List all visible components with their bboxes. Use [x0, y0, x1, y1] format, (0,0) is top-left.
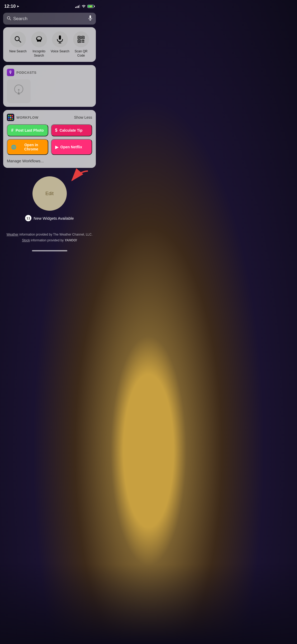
- svg-rect-16: [79, 37, 80, 38]
- search-bar[interactable]: Search: [3, 13, 96, 25]
- open-netflix-label: Open Netflix: [60, 145, 82, 149]
- home-indicator: [0, 246, 99, 254]
- svg-rect-2: [89, 15, 91, 19]
- footer: Weather information provided by The Weat…: [0, 227, 99, 246]
- svg-rect-27: [8, 115, 10, 116]
- podcast-content: [7, 79, 92, 103]
- incognito-search-label: Incognito Search: [29, 49, 50, 58]
- weather-attribution: Weather information provided by The Weat…: [4, 232, 95, 238]
- calculate-tip-icon: $: [55, 128, 58, 133]
- wifi-icon: [82, 4, 86, 8]
- quick-action-new-search[interactable]: New Search: [7, 31, 29, 54]
- widgets-count-badge: 11: [25, 215, 31, 221]
- podcasts-header: 🎙 PODCASTS: [7, 69, 92, 76]
- red-arrow-icon: [56, 168, 91, 190]
- svg-rect-30: [8, 117, 10, 118]
- yahoo-text: YAHOO!: [65, 238, 77, 242]
- new-widgets-badge: 11 New Widgets Available: [25, 215, 74, 221]
- podcasts-title: PODCASTS: [16, 71, 36, 75]
- workflow-app-icon: [7, 114, 14, 121]
- svg-rect-28: [10, 115, 11, 116]
- quick-action-incognito[interactable]: Incognito Search: [29, 31, 50, 58]
- svg-rect-11: [38, 40, 40, 41]
- post-last-photo-button[interactable]: # Post Last Photo: [7, 124, 48, 136]
- status-time: 12:10 ➤: [4, 4, 19, 9]
- calculate-tip-button[interactable]: $ Calculate Tip: [51, 124, 92, 136]
- svg-point-26: [18, 89, 20, 91]
- stock-attribution: Stock information provided by YAHOO!: [4, 238, 95, 243]
- weather-link[interactable]: Weather: [7, 233, 18, 236]
- svg-rect-24: [83, 42, 84, 43]
- new-search-label: New Search: [9, 49, 26, 54]
- workflow-title: WORKFLOW: [16, 116, 38, 119]
- search-icon: [7, 16, 11, 21]
- edit-area: Edit 11 New Widgets Available: [0, 171, 99, 227]
- svg-rect-29: [12, 115, 13, 116]
- search-placeholder: Search: [13, 16, 86, 21]
- netflix-icon: ▶: [55, 145, 58, 150]
- open-netflix-button[interactable]: ▶ Open Netflix: [51, 139, 92, 155]
- svg-rect-32: [12, 117, 13, 118]
- voice-icon-circle: [52, 31, 68, 47]
- incognito-icon-circle: [31, 31, 47, 47]
- home-bar: [32, 250, 67, 251]
- workflow-header-left: WORKFLOW: [7, 114, 38, 121]
- quick-action-voice[interactable]: Voice Search: [50, 31, 71, 54]
- workflow-buttons-grid: # Post Last Photo $ Calculate Tip 🌐 Open…: [7, 124, 92, 155]
- voice-search-label: Voice Search: [51, 49, 69, 54]
- podcasts-widget: 🎙 PODCASTS: [3, 65, 96, 107]
- open-chrome-label: Open in Chrome: [18, 143, 44, 151]
- svg-rect-23: [82, 42, 83, 43]
- svg-line-6: [19, 40, 21, 42]
- open-in-chrome-button[interactable]: 🌐 Open in Chrome: [7, 139, 48, 155]
- new-widgets-label: New Widgets Available: [34, 216, 74, 220]
- svg-rect-34: [10, 119, 11, 120]
- manage-workflows-link[interactable]: Manage Workflows...: [7, 158, 92, 164]
- mic-icon[interactable]: [88, 15, 92, 22]
- svg-rect-31: [10, 117, 11, 118]
- svg-rect-18: [82, 37, 83, 38]
- status-icons: ⚡: [75, 4, 95, 8]
- location-icon: ➤: [17, 4, 19, 8]
- svg-rect-20: [79, 41, 80, 42]
- svg-rect-33: [8, 119, 10, 120]
- quick-actions-list: New Search Incognito Search: [7, 31, 92, 58]
- show-less-button[interactable]: Show Less: [74, 115, 92, 119]
- post-photo-icon: #: [11, 128, 13, 133]
- battery-icon: ⚡: [87, 5, 95, 8]
- post-last-photo-label: Post Last Photo: [16, 128, 44, 132]
- quick-actions-widget: New Search Incognito Search: [3, 27, 96, 62]
- stock-link[interactable]: Stock: [22, 238, 30, 242]
- quick-action-qr[interactable]: Scan QR Code: [70, 31, 92, 58]
- podcasts-app-icon: 🎙: [7, 69, 14, 76]
- svg-line-1: [10, 19, 11, 20]
- edit-button-container: Edit: [32, 176, 67, 211]
- new-search-icon-circle: [10, 31, 26, 47]
- scan-qr-label: Scan QR Code: [70, 49, 92, 58]
- calculate-tip-label: Calculate Tip: [59, 128, 82, 132]
- workflow-header: WORKFLOW Show Less: [7, 114, 92, 121]
- qr-icon-circle: [73, 31, 89, 47]
- chrome-icon: 🌐: [11, 145, 16, 150]
- signal-icon: [75, 5, 80, 8]
- status-bar: 12:10 ➤ ⚡: [0, 0, 99, 11]
- workflow-widget: WORKFLOW Show Less # Post Last Photo $ C…: [3, 110, 96, 168]
- search-bar-wrapper: Search: [0, 11, 99, 27]
- svg-point-8: [37, 37, 41, 40]
- svg-rect-12: [59, 35, 61, 40]
- svg-rect-22: [83, 40, 84, 41]
- podcast-thumbnail: [7, 79, 31, 103]
- svg-rect-21: [82, 40, 83, 41]
- svg-rect-35: [12, 119, 13, 120]
